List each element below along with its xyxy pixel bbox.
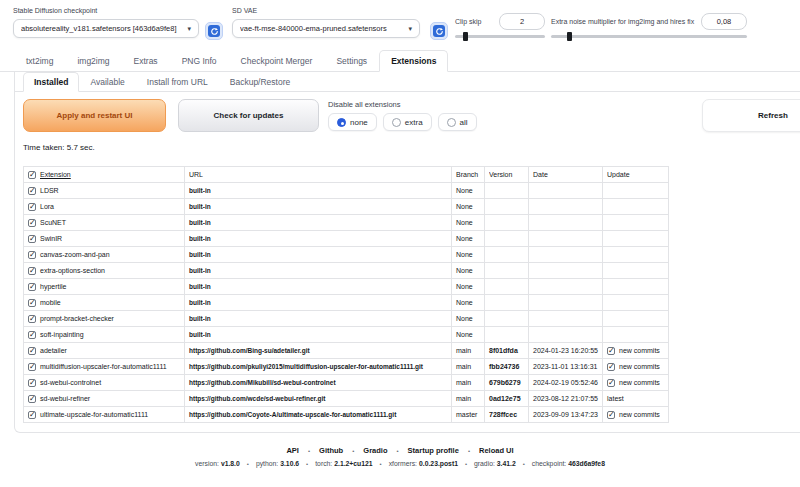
extension-enabled-checkbox[interactable] (28, 347, 36, 355)
tab-extensions[interactable]: Extensions (379, 50, 448, 72)
extra-noise-input[interactable]: 0,08 (701, 13, 747, 30)
extension-enabled-checkbox[interactable] (28, 283, 36, 291)
update-checkbox[interactable] (607, 379, 615, 387)
vae-refresh-button[interactable] (430, 22, 448, 40)
tab-png-info[interactable]: PNG Info (170, 50, 229, 72)
subtab-available[interactable]: Available (79, 72, 135, 92)
extension-date-cell (529, 183, 603, 199)
refresh-button[interactable]: Refresh (702, 99, 800, 132)
extension-enabled-checkbox[interactable] (28, 315, 36, 323)
extension-update-cell (603, 231, 669, 247)
tab-settings[interactable]: Settings (324, 50, 379, 72)
version-value[interactable]: 0.0.23.post1 (419, 460, 458, 467)
check-updates-button[interactable]: Check for updates (178, 99, 319, 132)
extension-update-cell (603, 311, 669, 327)
radio-option-extra[interactable]: extra (383, 113, 432, 131)
extension-branch-cell: None (452, 199, 485, 215)
extension-enabled-checkbox[interactable] (28, 187, 36, 195)
clip-skip-slider[interactable] (455, 35, 545, 38)
extension-url-link[interactable]: https://github.com/wcde/sd-webui-refiner… (189, 395, 326, 402)
footer-link-reload-ui[interactable]: Reload UI (479, 446, 514, 455)
clip-skip-label: Clip skip (455, 18, 481, 25)
extension-version-cell: 0ad12e75 (485, 391, 529, 407)
extension-name: mobile (40, 299, 61, 306)
tab-txt2img[interactable]: txt2img (14, 50, 65, 72)
extension-branch-cell: main (452, 391, 485, 407)
extension-enabled-checkbox[interactable] (28, 299, 36, 307)
extension-date-cell: 2023-11-01 13:16:31 (529, 359, 603, 375)
extension-url-link[interactable]: https://github.com/Bing-su/adetailer.git (189, 347, 310, 354)
select-all-checkbox[interactable] (28, 171, 36, 179)
version-label: gradio: (474, 460, 495, 467)
extension-enabled-checkbox[interactable] (28, 235, 36, 243)
extensions-table: ExtensionURLBranchVersionDateUpdate LDSR… (23, 166, 669, 423)
update-checkbox[interactable] (607, 347, 615, 355)
subtab-install-from-url[interactable]: Install from URL (136, 72, 219, 92)
subtab-backup-restore[interactable]: Backup/Restore (219, 72, 301, 92)
extension-enabled-checkbox[interactable] (28, 267, 36, 275)
footer-link-api[interactable]: API (286, 446, 299, 455)
extension-url-link[interactable]: https://github.com/Coyote-A/ultimate-ups… (189, 411, 396, 418)
extension-update-cell: latest (603, 391, 669, 407)
version-value[interactable]: 2.1.2+cu121 (334, 460, 372, 467)
extension-url-cell: built-in (185, 247, 452, 263)
extension-version-cell (485, 263, 529, 279)
extension-url-cell: https://github.com/Coyote-A/ultimate-ups… (185, 407, 452, 423)
tab-extras[interactable]: Extras (122, 50, 170, 72)
refresh-icon (433, 25, 445, 37)
checkpoint-dropdown[interactable]: absolutereality_v181.safetensors [463d6a… (13, 19, 199, 38)
extension-enabled-checkbox[interactable] (28, 395, 36, 403)
update-checkbox[interactable] (607, 363, 615, 371)
clip-skip-input[interactable]: 2 (499, 13, 545, 30)
extension-url-link[interactable]: https://github.com/Mikubill/sd-webui-con… (189, 379, 336, 386)
extra-noise-slider-handle[interactable] (567, 32, 572, 41)
extension-name-content: sd-webui-refiner (28, 395, 180, 403)
extension-enabled-checkbox[interactable] (28, 379, 36, 387)
extension-url-link: built-in (189, 251, 211, 258)
extension-enabled-checkbox[interactable] (28, 331, 36, 339)
extension-name-cell: multidiffusion-upscaler-for-automatic111… (24, 359, 185, 375)
version-value[interactable]: 3.41.2 (497, 460, 516, 467)
footer-link-startup-profile[interactable]: Startup profile (408, 446, 459, 455)
footer-versions: version:v1.8.0•python:3.10.6•torch:2.1.2… (0, 460, 800, 467)
extension-row: soft-inpaintingbuilt-inNone (24, 327, 669, 343)
subtab-installed[interactable]: Installed (23, 72, 79, 92)
extension-enabled-checkbox[interactable] (28, 219, 36, 227)
vae-value: vae-ft-mse-840000-ema-pruned.safetensors (240, 24, 387, 33)
tab-checkpoint-merger[interactable]: Checkpoint Merger (229, 50, 325, 72)
extension-row: multidiffusion-upscaler-for-automatic111… (24, 359, 669, 375)
radio-option-none[interactable]: none (328, 113, 377, 131)
header-cell-content: URL (189, 171, 447, 178)
column-header-branch: Branch (452, 167, 485, 183)
disable-extensions-label: Disable all extensions (328, 100, 477, 109)
extension-url-link[interactable]: https://github.com/pkuliyi2015/multidiff… (189, 363, 423, 370)
footer-link-github[interactable]: Github (319, 446, 343, 455)
extension-name-cell: canvas-zoom-and-pan (24, 247, 185, 263)
version-value[interactable]: v1.8.0 (221, 460, 240, 467)
extension-enabled-checkbox[interactable] (28, 363, 36, 371)
extension-enabled-checkbox[interactable] (28, 251, 36, 259)
clip-skip-slider-handle[interactable] (463, 32, 468, 41)
column-header-update[interactable]: Update (603, 167, 669, 183)
extension-enabled-checkbox[interactable] (28, 203, 36, 211)
version-value[interactable]: 3.10.6 (280, 460, 299, 467)
column-header-extension[interactable]: Extension (24, 167, 185, 183)
update-checkbox[interactable] (607, 411, 615, 419)
footer-link-gradio[interactable]: Gradio (363, 446, 387, 455)
extension-url-cell: https://github.com/wcde/sd-webui-refiner… (185, 391, 452, 407)
apply-restart-button[interactable]: Apply and restart UI (23, 99, 166, 132)
version-value[interactable]: 463d6a9fe8 (568, 460, 605, 467)
extension-name-cell: extra-options-section (24, 263, 185, 279)
column-header-label: Update (607, 171, 630, 178)
radio-option-all[interactable]: all (438, 113, 477, 131)
extension-update-cell (603, 215, 669, 231)
column-header-date: Date (529, 167, 603, 183)
bullet-separator: • (247, 461, 249, 467)
vae-dropdown[interactable]: vae-ft-mse-840000-ema-pruned.safetensors… (232, 19, 420, 38)
extension-enabled-checkbox[interactable] (28, 411, 36, 419)
tab-img2img[interactable]: img2img (65, 50, 121, 72)
extension-update-cell (603, 295, 669, 311)
extra-noise-slider[interactable] (551, 35, 747, 38)
checkpoint-refresh-button[interactable] (205, 22, 223, 40)
bullet-separator: • (523, 461, 525, 467)
